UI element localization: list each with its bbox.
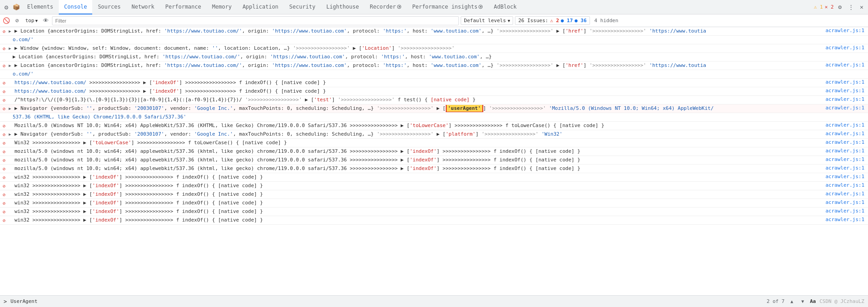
error-icon: ⊘ (1, 182, 7, 189)
console-row-indent: 537.36 (KHTML, like Gecko) Chrome/119.0.… (0, 113, 868, 122)
row-source[interactable]: acrawler.js:1 (826, 28, 868, 33)
error-icon: ⊘ (1, 217, 7, 224)
filter-input[interactable] (52, 16, 459, 25)
tab-console[interactable]: Console (59, 0, 93, 14)
devtools-icon[interactable]: ⚙ (2, 3, 11, 12)
issues-red-count: ⚠ 2 (550, 18, 559, 24)
filter-icon[interactable]: ⊘ (13, 16, 22, 25)
tab-lighthouse[interactable]: Lighthouse (321, 0, 364, 14)
expand-arrow[interactable]: ▶ (7, 105, 13, 112)
console-row: ⊘ mozilla/5.0 (windows nt 10.0; win64; x… (0, 156, 868, 165)
tab-memory[interactable]: Memory (207, 0, 237, 14)
error-icon: ⊘ (1, 199, 7, 207)
console-row: ⊘ win32 >>>>>>>>>>>>>>>> ▶ ['indexOf'] >… (0, 182, 868, 190)
row-content: mozilla/5.0 (windows nt 10.0; win64; x64… (13, 148, 826, 155)
aa-label[interactable]: Aa (810, 298, 816, 304)
console-row: ⊘ Win32 >>>>>>>>>>>>>>>> ▶ ['toLowerCase… (0, 139, 868, 147)
row-content: win32 >>>>>>>>>>>>>>>> ▶ ['indexOf'] >>>… (13, 174, 826, 181)
row-content: win32 >>>>>>>>>>>>>>>> ▶ ['indexOf'] >>>… (13, 199, 826, 207)
tab-security[interactable]: Security (284, 0, 321, 14)
row-content: win32 >>>>>>>>>>>>>>>> ▶ ['indexOf'] >>>… (13, 182, 826, 189)
row-source[interactable]: acrawler.js:1 (826, 96, 868, 102)
bottom-bar: > 2 of 7 ▲ ▼ Aa CSDN @ JCzhauLZ (0, 295, 868, 307)
close-icon[interactable]: ✕ (857, 3, 866, 12)
expand-arrow-none (7, 208, 13, 215)
row-source[interactable]: acrawler.js:1 (826, 62, 868, 68)
row-source[interactable]: acrawler.js:1 (826, 105, 868, 111)
row-source[interactable]: acrawler.js:1 (826, 45, 868, 51)
svg-marker-1 (399, 6, 401, 8)
inspect-icon[interactable]: 📦 (12, 3, 21, 12)
issues-blue1-count: ● 17 (561, 18, 573, 24)
default-levels-btn[interactable]: Default levels ▼ (461, 16, 513, 25)
row-content: o.com/' (11, 71, 832, 78)
issues-btn[interactable]: 26 Issues: ⚠ 2 ● 17 ● 36 (515, 16, 590, 25)
tab-network[interactable]: Network (126, 0, 160, 14)
console-content[interactable]: ⊘ ▶ ▶ Location {ancestorOrigins: DOMStri… (0, 27, 868, 295)
row-content: win32 >>>>>>>>>>>>>>>> ▶ ['indexOf'] >>>… (13, 217, 826, 224)
error-icon: ⊘ (1, 131, 7, 138)
devtools-container: ⚙ 📦 Elements Console Sources Network Per… (0, 0, 868, 307)
issues-label: 26 Issues: (518, 18, 548, 24)
row-content: Mozilla/5.0 (Windows NT 10.0; Win64; x64… (13, 122, 826, 129)
row-content: ▶ Navigator {vendorSub: '', productSub: … (13, 131, 826, 138)
row-source[interactable]: acrawler.js:1 (826, 139, 868, 145)
perf-insights-icon (478, 5, 483, 9)
row-source[interactable]: acrawler.js:1 (826, 199, 868, 205)
console-toolbar: 🚫 ⊘ top ▼ 👁 Default levels ▼ 26 Issues: … (0, 14, 868, 27)
nav-up-btn[interactable]: ▲ (788, 298, 795, 305)
error-icon: ⊘ (1, 174, 7, 181)
row-source[interactable]: acrawler.js:1 (826, 165, 868, 171)
top-dropdown-icon: ▼ (35, 19, 38, 23)
eye-icon[interactable]: 👁 (41, 16, 50, 25)
tab-adblock[interactable]: AdBlock (488, 0, 522, 14)
expand-arrow-none (7, 217, 13, 224)
expand-arrow-none (7, 156, 13, 164)
row-source[interactable]: acrawler.js:1 (826, 182, 868, 188)
row-source[interactable]: acrawler.js:1 (826, 208, 868, 214)
tab-recorder[interactable]: Recorder (364, 0, 407, 14)
console-row: ⊘ ▶ ▶ Location {ancestorOrigins: DOMStri… (0, 27, 868, 36)
top-context[interactable]: top ▼ (24, 18, 39, 24)
settings-icon[interactable]: ⚙ (835, 3, 844, 12)
console-row: ⊘ win32 >>>>>>>>>>>>>>>> ▶ ['indexOf'] >… (0, 173, 868, 182)
row-content: ▶ Location {ancestorOrigins: DOMStringLi… (13, 28, 826, 35)
row-source[interactable]: acrawler.js:1 (826, 131, 868, 137)
tab-performance[interactable]: Performance (160, 0, 207, 14)
expand-arrow-none (7, 174, 13, 181)
clear-console-icon[interactable]: 🚫 (2, 16, 11, 25)
row-source[interactable]: acrawler.js:1 (826, 148, 868, 154)
tab-elements[interactable]: Elements (22, 0, 59, 14)
more-icon[interactable]: ⋮ (846, 3, 855, 12)
tab-sources[interactable]: Sources (92, 0, 126, 14)
console-row: ⊘ win32 >>>>>>>>>>>>>>>> ▶ ['indexOf'] >… (0, 190, 868, 199)
row-source[interactable]: acrawler.js:1 (826, 156, 868, 162)
expand-arrow[interactable]: ▶ (7, 131, 13, 138)
tab-application[interactable]: Application (237, 0, 283, 14)
expand-arrow-none (7, 199, 13, 207)
console-row: ⊘ /^https?:\/\/([0-9]{1,3}(\.[0-9]{1,3})… (0, 96, 868, 104)
console-row-indent: o.com/' (0, 36, 868, 44)
tab-performance-insights[interactable]: Performance insights (407, 0, 489, 14)
expand-arrow[interactable]: ▶ (7, 45, 13, 52)
row-source[interactable]: acrawler.js:1 (826, 217, 868, 222)
row-content: Win32 >>>>>>>>>>>>>>>> ▶ ['toLowerCase']… (13, 139, 826, 146)
row-content: 537.36 (KHTML, like Gecko) Chrome/119.0.… (11, 113, 832, 121)
nav-count: 2 of 7 (767, 298, 785, 304)
expand-arrow[interactable]: ▶ (7, 28, 13, 35)
row-source[interactable]: acrawler.js:1 (826, 79, 868, 85)
nav-down-btn[interactable]: ▼ (799, 298, 806, 305)
expand-arrow[interactable]: ▶ (7, 62, 13, 69)
row-source[interactable]: acrawler.js:1 (826, 88, 868, 94)
console-row-indent: o.com/' (0, 70, 868, 79)
error-icon: ⊘ (1, 88, 7, 95)
expand-arrow-none (7, 122, 13, 129)
console-row: ⊘ mozilla/5.0 (windows nt 10.0; win64; x… (0, 147, 868, 156)
console-row: ⊘ win32 >>>>>>>>>>>>>>>> ▶ ['indexOf'] >… (0, 199, 868, 208)
row-source[interactable]: acrawler.js:1 (826, 191, 868, 197)
console-input[interactable] (10, 298, 763, 304)
console-row: ⊘ ▶ ▶ Window {window: Window, self: Wind… (0, 44, 868, 53)
row-source[interactable]: acrawler.js:1 (826, 122, 868, 128)
row-source[interactable]: acrawler.js:1 (826, 174, 868, 179)
expand-arrow-none (7, 182, 13, 189)
